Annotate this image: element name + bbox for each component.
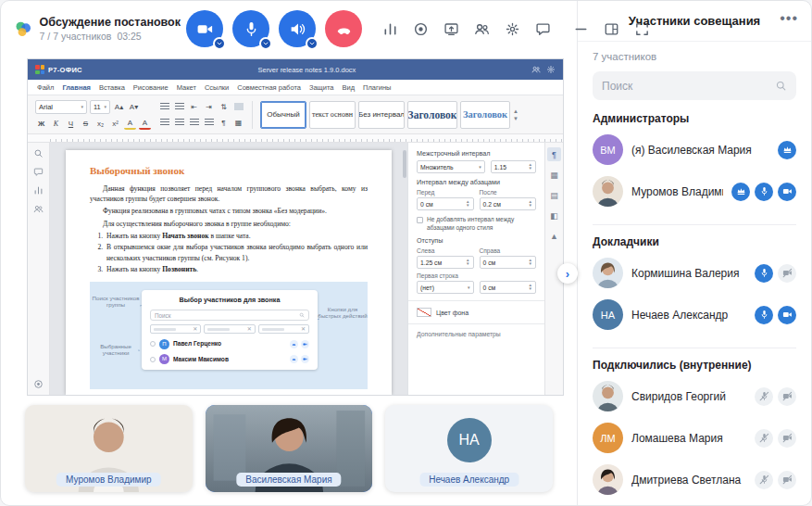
- editor-tab-protection[interactable]: Защита: [309, 83, 334, 92]
- shape-settings-icon[interactable]: ◧: [547, 209, 561, 222]
- find-icon[interactable]: [33, 148, 44, 158]
- settings-gear-icon[interactable]: [501, 18, 523, 40]
- spacing-after-input[interactable]: 0.2 см▲▼: [480, 197, 537, 210]
- line-spacing-value-input[interactable]: 1.15▲▼: [491, 160, 536, 173]
- highlight-color-icon[interactable]: A: [124, 118, 136, 130]
- vertical-scrollbar[interactable]: [403, 150, 406, 178]
- end-call-button[interactable]: [325, 10, 362, 47]
- sidebar-more-icon[interactable]: •••: [780, 10, 798, 27]
- style-no-spacing[interactable]: Без интервал: [358, 101, 405, 129]
- paragraph-mark-icon[interactable]: ¶: [218, 117, 230, 129]
- feedback-icon[interactable]: [33, 379, 44, 389]
- same-style-checkbox[interactable]: Не добавлять интервал между абзацами одн…: [417, 216, 536, 232]
- mic-off-icon[interactable]: [755, 429, 773, 448]
- navigation-icon[interactable]: [33, 185, 44, 196]
- participant-row[interactable]: ЛМ Ломашева Мария: [593, 417, 796, 459]
- bullet-list-icon[interactable]: [158, 101, 170, 113]
- editor-tab-references[interactable]: Ссылки: [205, 83, 229, 92]
- editor-tab-file[interactable]: Файл: [37, 83, 54, 92]
- participants-icon[interactable]: [470, 18, 493, 40]
- camera-off-icon[interactable]: [778, 387, 796, 406]
- underline-icon[interactable]: Ч: [65, 118, 77, 130]
- subscript-icon[interactable]: x₂: [94, 118, 106, 130]
- camera-off-icon[interactable]: [778, 264, 796, 283]
- camera-on-icon[interactable]: [778, 306, 796, 324]
- camera-off-icon[interactable]: [778, 471, 796, 489]
- italic-icon[interactable]: К: [50, 118, 62, 130]
- align-left-icon[interactable]: [158, 117, 170, 129]
- outdent-icon[interactable]: ⇤: [188, 101, 200, 113]
- paragraph-settings-icon[interactable]: ¶: [547, 147, 561, 161]
- participant-row[interactable]: Свиридов Георгий: [593, 375, 796, 417]
- collaborators-icon[interactable]: [531, 65, 541, 74]
- first-line-value-input[interactable]: 0 см▲▼: [480, 281, 537, 294]
- align-right-icon[interactable]: [188, 117, 200, 129]
- search-input[interactable]: [602, 80, 769, 93]
- image-settings-icon[interactable]: ▤: [547, 188, 561, 202]
- participant-row[interactable]: Муромов Владимир: [593, 171, 796, 212]
- first-line-mode-select[interactable]: (нет)▾: [417, 281, 474, 294]
- share-screen-icon[interactable]: [440, 18, 462, 40]
- increase-font-icon[interactable]: A▴: [113, 101, 125, 113]
- style-heading1[interactable]: Заголовок: [407, 101, 457, 129]
- shading-icon[interactable]: [232, 101, 244, 113]
- video-tile[interactable]: НА Нечаев Александр: [385, 405, 553, 492]
- editor-tab-draw[interactable]: Рисование: [133, 83, 169, 92]
- advanced-settings-link[interactable]: Дополнительные параметры: [417, 331, 536, 337]
- document-page[interactable]: Выборочный звонок Данная функция позволя…: [66, 150, 392, 395]
- mic-off-icon[interactable]: [755, 387, 773, 406]
- line-spacing-mode-select[interactable]: Множитель▾: [417, 160, 485, 173]
- spacing-before-input[interactable]: 0 см▲▼: [417, 197, 474, 210]
- style-body-text[interactable]: текст основн: [309, 101, 356, 129]
- microphone-options-chevron[interactable]: [259, 37, 272, 50]
- editor-tab-insert[interactable]: Вставка: [99, 83, 125, 92]
- font-name-select[interactable]: Arial▾: [35, 100, 87, 114]
- mic-off-icon[interactable]: [755, 471, 773, 489]
- camera-off-icon[interactable]: [778, 429, 796, 448]
- camera-button[interactable]: [186, 10, 223, 47]
- font-size-select[interactable]: 11▾: [90, 100, 110, 114]
- left-indent-input[interactable]: 1.25 см▲▼: [417, 256, 474, 269]
- stats-icon[interactable]: [379, 18, 401, 40]
- sound-options-chevron[interactable]: [306, 37, 319, 50]
- styles-down-icon[interactable]: ▼: [513, 116, 518, 121]
- chat-panel-icon[interactable]: [33, 204, 44, 214]
- camera-options-chevron[interactable]: [213, 37, 226, 50]
- record-icon[interactable]: [409, 18, 431, 40]
- superscript-icon[interactable]: x²: [109, 118, 121, 130]
- participant-row[interactable]: Кормишина Валерия: [593, 252, 796, 294]
- table-settings-icon[interactable]: ▦: [547, 168, 561, 182]
- chart-settings-icon[interactable]: ▲: [547, 229, 561, 243]
- font-color-icon[interactable]: A: [139, 118, 151, 130]
- participant-row[interactable]: ВМ (я) Василевская Мария: [593, 129, 796, 171]
- editor-tab-view[interactable]: Вид: [343, 83, 356, 92]
- ruler[interactable]: [28, 134, 563, 143]
- styles-up-icon[interactable]: ▲: [513, 108, 518, 114]
- editor-settings-icon[interactable]: [546, 65, 556, 74]
- style-normal[interactable]: Обычный: [260, 101, 306, 129]
- video-tile-active-speaker[interactable]: Василевская Мария: [206, 405, 373, 492]
- line-spacing-icon[interactable]: ⇅: [218, 101, 230, 113]
- collapse-sidebar-button[interactable]: ›: [557, 263, 578, 284]
- mic-on-icon[interactable]: [755, 264, 773, 283]
- editor-tab-home[interactable]: Главная: [62, 83, 91, 92]
- editor-tab-collaboration[interactable]: Совместная работа: [237, 83, 301, 92]
- numbered-list-icon[interactable]: [173, 101, 185, 113]
- style-heading2[interactable]: Заголовок: [460, 101, 510, 129]
- mic-on-icon[interactable]: [755, 306, 773, 324]
- editor-tab-plugins[interactable]: Плагины: [363, 83, 391, 92]
- align-justify-icon[interactable]: [203, 117, 215, 129]
- align-center-icon[interactable]: [173, 117, 185, 129]
- camera-on-icon[interactable]: [778, 183, 796, 201]
- background-color-control[interactable]: Цвет фона: [417, 308, 536, 317]
- comments-icon[interactable]: [33, 167, 44, 177]
- participant-row[interactable]: Дмитриева Светлана: [593, 459, 796, 500]
- bold-icon[interactable]: Ж: [35, 118, 47, 130]
- editor-tab-layout[interactable]: Макет: [177, 83, 196, 92]
- indent-icon[interactable]: ⇥: [203, 101, 215, 113]
- right-indent-input[interactable]: 0 см▲▼: [480, 256, 537, 269]
- strikethrough-icon[interactable]: S: [80, 118, 92, 130]
- participant-row[interactable]: НА Нечаев Александр: [593, 294, 796, 335]
- microphone-button[interactable]: [232, 10, 269, 47]
- borders-icon[interactable]: ▦: [232, 117, 244, 129]
